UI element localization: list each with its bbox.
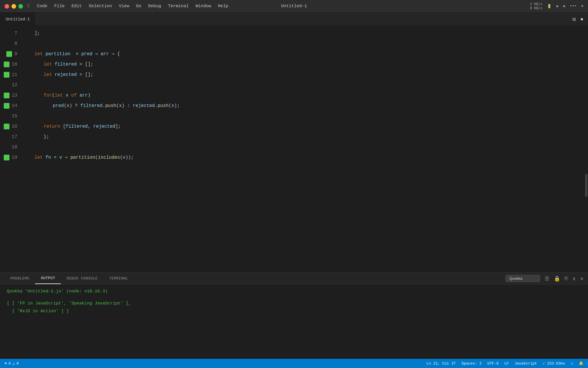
encoding-status[interactable]: UTF-8 [488, 361, 499, 366]
close-button[interactable] [5, 4, 9, 9]
menu-window[interactable]: Window [196, 4, 211, 9]
code-content: let rejected = []; [32, 70, 93, 80]
table-row: 17 }; [0, 132, 588, 142]
breakpoint-indicator [4, 62, 9, 67]
bluetooth-icon: ⊗ [563, 4, 565, 9]
line-gutter: 11 [0, 70, 23, 80]
code-content: for(let x of arr) [32, 90, 90, 101]
minimize-button[interactable] [11, 4, 16, 9]
line-gutter: 18 [0, 142, 23, 152]
menu-code[interactable]: Code [37, 4, 47, 9]
menu-debug[interactable]: Debug [148, 4, 161, 9]
table-row: 9 let partition = pred ⇒ arr ⇒ { [0, 49, 588, 59]
code-editor[interactable]: 7 ]; 8 9 let partition = pred ⇒ arr ⇒ { … [0, 26, 588, 273]
menu-view[interactable]: View [119, 4, 129, 9]
breakpoint-indicator [4, 72, 9, 78]
bottom-panel: PROBLEMS OUTPUT DEBUG CONSOLE TERMINAL Q… [0, 273, 588, 359]
menu-extras: ≡ [581, 4, 583, 8]
code-content: let filtered = []; [32, 59, 93, 70]
error-icon: ⊗ [5, 361, 7, 366]
menu-help[interactable]: Help [218, 4, 228, 9]
menu-terminal[interactable]: Terminal [168, 4, 189, 9]
panel-collapse-icon[interactable]: ∧ [572, 275, 576, 282]
line-gutter: 15 [0, 111, 23, 121]
no-breakpoint [4, 113, 9, 119]
panel-copy-icon[interactable]: ⎘ [565, 276, 568, 281]
output-source-select[interactable]: Quokka [506, 275, 540, 282]
split-editor-icon[interactable]: ⊟ [572, 16, 576, 22]
scrollbar-thumb[interactable] [585, 174, 587, 197]
code-content: let partition = pred ⇒ arr ⇒ { [23, 49, 120, 59]
statusbar-right: Ln 21, Col 37 Spaces: 2 UTF-8 LF JavaScr… [427, 361, 583, 366]
statusbar-left: ⊗ 0 △ 0 [5, 361, 19, 366]
plugin-status: ✓ 253.63ms [543, 361, 565, 366]
network-stats: 2 KB/s 0 KB/s [530, 2, 542, 10]
no-breakpoint [4, 144, 9, 150]
no-breakpoint [4, 82, 9, 88]
table-row: 7 ]; [0, 28, 588, 39]
panel-menu-icon[interactable]: ☰ [545, 275, 549, 282]
table-row: 12 [0, 80, 588, 90]
line-gutter: 13 [0, 90, 23, 101]
line-gutter: 9 [0, 49, 23, 59]
editor-tab[interactable]: Untitled-1 [0, 13, 36, 26]
scrollbar[interactable] [585, 26, 588, 273]
window-title: Untitled-1 [281, 4, 307, 9]
notification-icon[interactable]: 🔔 [579, 361, 583, 366]
output-line-1: [ [ 'FP in JavaScript', 'Speaking JavaSc… [7, 300, 581, 307]
no-breakpoint [6, 30, 12, 36]
tabbar: Untitled-1 ⊟ ● [0, 13, 588, 26]
menu-edit[interactable]: Edit [71, 4, 82, 9]
breakpoint-indicator [4, 93, 9, 98]
table-row: 14 pred(x) ? filtered.push(x) : rejected… [0, 101, 588, 111]
breakpoint-indicator [4, 103, 9, 109]
no-breakpoint [6, 41, 12, 47]
panel-tab-bar: PROBLEMS OUTPUT DEBUG CONSOLE TERMINAL Q… [0, 273, 588, 284]
line-gutter: 16 [0, 121, 23, 132]
code-content: pred(x) ? filtered.push(x) : rejected.pu… [41, 101, 180, 111]
panel-close-icon[interactable]: ✕ [580, 275, 583, 282]
maximize-button[interactable] [18, 4, 23, 9]
line-gutter: 8 [0, 39, 23, 49]
more-icon[interactable]: ● [580, 16, 583, 22]
panel-content: Quokka 'Untitled-1.js' (node: v10.16.3) … [0, 284, 588, 359]
tab-terminal[interactable]: TERMINAL [103, 273, 134, 284]
menu-apple[interactable]:  [28, 4, 30, 9]
wifi-icon: ⊕ [556, 4, 558, 9]
table-row: 11 let rejected = []; [0, 70, 588, 80]
code-content: ]; [23, 28, 40, 39]
table-row: 19 let fn = v ⇒ partition(includes(v)); [0, 152, 588, 163]
tab-debug-console[interactable]: DEBUG CONSOLE [61, 273, 103, 284]
code-content: }; [23, 132, 49, 142]
titlebar-right: 2 KB/s 0 KB/s 🔋 ⊕ ⊗ ••• ≡ [530, 2, 583, 10]
table-row: 16 return [filtered, rejected]; [0, 121, 588, 132]
extras-icon: ••• [570, 4, 577, 8]
table-row: 18 [0, 142, 588, 152]
table-row: 13 for(let x of arr) [0, 90, 588, 101]
spaces-status[interactable]: Spaces: 2 [461, 361, 481, 366]
tab-output[interactable]: OUTPUT [35, 273, 61, 284]
panel-tab-right: Quokka ☰ 🔒 ⎘ ∧ ✕ [506, 275, 583, 282]
cursor-position[interactable]: Ln 21, Col 37 [427, 361, 456, 366]
line-gutter: 10 [0, 59, 23, 70]
menu-bar:  Code File Edit Selection View Go Debug… [28, 4, 228, 9]
panel-lock-icon[interactable]: 🔒 [554, 275, 560, 282]
warning-icon: △ [13, 361, 15, 366]
code-content: let fn = v ⇒ partition(includes(v)); [23, 152, 134, 163]
language-status[interactable]: JavaScript [514, 361, 537, 366]
line-gutter: 17 [0, 132, 23, 142]
traffic-lights [5, 4, 23, 9]
line-gutter: 7 [0, 28, 23, 39]
menu-file[interactable]: File [54, 4, 65, 9]
menu-go[interactable]: Go [136, 4, 141, 9]
error-status[interactable]: ⊗ 0 △ 0 [5, 361, 19, 366]
tab-problems[interactable]: PROBLEMS [5, 273, 35, 284]
no-breakpoint [4, 134, 9, 140]
titlebar:  Code File Edit Selection View Go Debug… [0, 0, 588, 13]
table-row: 8 [0, 39, 588, 49]
eol-status[interactable]: LF [504, 361, 509, 366]
smiley-icon[interactable]: ☺ [571, 361, 573, 366]
menu-selection[interactable]: Selection [89, 4, 112, 9]
table-row: 10 let filtered = []; [0, 59, 588, 70]
warning-count: 0 [16, 361, 19, 366]
